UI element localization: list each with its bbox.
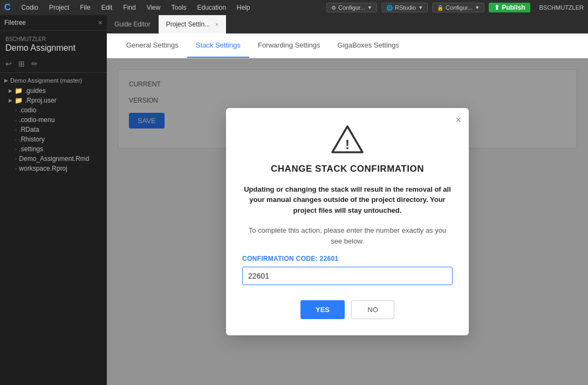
sidebar: Filetree × BSCHMUTZLER Demo Assignment ↩… [0,15,107,385]
menu-file[interactable]: File [74,0,95,15]
sidebar-edit-icon[interactable]: ✏ [31,59,38,68]
sidebar-project-name: Demo Assignment [5,43,101,53]
page-content: CURRENT VERSION SAVE × [107,58,588,385]
configure-button-2[interactable]: 🔒 Configur... ▼ [432,3,484,12]
tab-label-guide-editor: Guide Editor [114,21,151,28]
tab-guide-editor[interactable]: Guide Editor [107,15,159,33]
folder-icon-rproj: 📁 [15,97,23,104]
filetree: ▶ Demo Assignment (master) ▶ 📁 .guides ▶… [0,73,107,385]
file-dot-workspace: · [15,165,17,172]
tree-label-codio: .codio [19,106,36,114]
sidebar-title: Filetree [4,19,26,26]
sidebar-close-button[interactable]: × [98,18,102,27]
sidebar-refresh-icon[interactable]: ↩ [5,59,12,68]
sidebar-header: Filetree × [0,15,107,31]
tree-label-guides: .guides [25,87,46,94]
menu-find[interactable]: Find [118,0,141,15]
menu-education[interactable]: Education [192,0,231,15]
confirmation-code-value: 22601 [319,255,338,262]
file-dot-rdata: · [15,126,17,133]
modal-title: CHANGE STACK CONFIRMATION [242,164,453,174]
username-label: BSCHMUTZLER [539,4,584,11]
sidebar-image-icon[interactable]: ⊞ [18,59,25,68]
file-dot-rhistory: · [15,136,17,143]
tree-root-label: Demo Assignment (master) [10,77,82,84]
tree-label-settings: .settings [19,145,43,153]
tab-close-project-settings[interactable]: × [215,22,218,28]
tree-chevron-rproj: ▶ [9,98,12,103]
tab-project-settings[interactable]: Project Settin... × [159,15,227,33]
tree-item-rhistory[interactable]: · .Rhistory [0,134,107,144]
file-dot-settings: · [15,145,17,153]
settings-tabs: General Settings Stack Settings Forwardi… [107,33,588,58]
publish-button[interactable]: ⬆ Publish [489,3,530,12]
tree-label-rdata: .RData [19,126,39,133]
tree-item-codio-menu[interactable]: · .codio-menu [0,115,107,125]
modal-dialog: × ! CHANGE STACK CONFIRMATION Updating o… [226,108,469,336]
publish-icon: ⬆ [494,4,500,11]
tree-chevron-guides: ▶ [9,88,12,93]
confirmation-label: CONFIRMATION CODE: 22601 [242,255,453,262]
confirmation-input[interactable] [242,267,453,285]
file-dot-demo: · [15,155,17,163]
modal-instruction: To complete this action, please enter th… [242,225,453,246]
tree-item-workspace[interactable]: · workspace.Rproj [0,164,107,173]
menu-codio[interactable]: Codio [16,0,44,15]
configure-button-1[interactable]: ⚙ Configur... ▼ [326,3,377,12]
menu-help[interactable]: Help [231,0,256,15]
confirm-yes-button[interactable]: YES [300,300,345,319]
tab-label-project-settings: Project Settin... [166,21,210,28]
tree-label-codio-menu: .codio-menu [19,116,54,124]
menu-bar-right: ⚙ Configur... ▼ 🌐 RStudio ▼ 🔒 Configur..… [326,3,584,12]
menu-edit[interactable]: Edit [96,0,118,15]
modal-overlay: × ! CHANGE STACK CONFIRMATION Updating o… [107,58,588,385]
tab-forwarding-settings[interactable]: Forwarding Settings [249,33,329,58]
menu-view[interactable]: View [141,0,166,15]
menu-project[interactable]: Project [44,0,74,15]
content-area: Guide Editor Project Settin... × General… [107,15,588,385]
tree-label-rhistory: .Rhistory [19,136,44,143]
tree-label-rproj-user: .Rproj.user [25,97,57,104]
modal-body-text: Updating or changing the stack will resu… [242,184,453,216]
modal-close-button[interactable]: × [455,114,461,126]
tab-stack-settings[interactable]: Stack Settings [187,33,249,58]
tree-root: ▶ Demo Assignment (master) [0,75,107,86]
tree-root-icon: ▶ [4,78,8,83]
tree-item-demo-assignment[interactable]: · Demo_Assignment.Rmd [0,154,107,164]
menu-bar: C Codio Project File Edit Find View Tool… [0,0,588,15]
tree-item-settings[interactable]: · .settings [0,144,107,154]
tree-label-demo-assignment: Demo_Assignment.Rmd [19,155,89,163]
main-layout: Filetree × BSCHMUTZLER Demo Assignment ↩… [0,15,588,385]
tree-item-guides[interactable]: ▶ 📁 .guides [0,86,107,96]
file-dot-codio: · [15,106,17,114]
folder-icon-guides: 📁 [15,87,23,94]
tree-item-rdata[interactable]: · .RData [0,125,107,134]
rstudio-button[interactable]: 🌐 RStudio ▼ [381,3,428,12]
tree-item-codio[interactable]: · .codio [0,105,107,115]
tree-item-rproj-user[interactable]: ▶ 📁 .Rproj.user [0,96,107,105]
sidebar-action-icons: ↩ ⊞ ✏ [0,55,107,73]
file-dot-codio-menu: · [15,116,17,124]
svg-text:!: ! [345,137,350,152]
tab-general-settings[interactable]: General Settings [118,33,187,58]
modal-buttons: YES NO [242,300,453,319]
sidebar-username: BSCHMUTZLER [5,36,101,42]
modal-warning-icon-container: ! [242,124,453,156]
tab-bar: Guide Editor Project Settin... × [107,15,588,33]
tree-label-workspace: workspace.Rproj [19,165,67,172]
menu-tools[interactable]: Tools [166,0,192,15]
warning-triangle-icon: ! [330,124,365,154]
app-logo: C [4,3,11,12]
sidebar-user-section: BSCHMUTZLER Demo Assignment [0,31,107,55]
tab-gigaboxes-settings[interactable]: GigaBoxes Settings [329,33,408,58]
confirm-no-button[interactable]: NO [351,300,394,319]
